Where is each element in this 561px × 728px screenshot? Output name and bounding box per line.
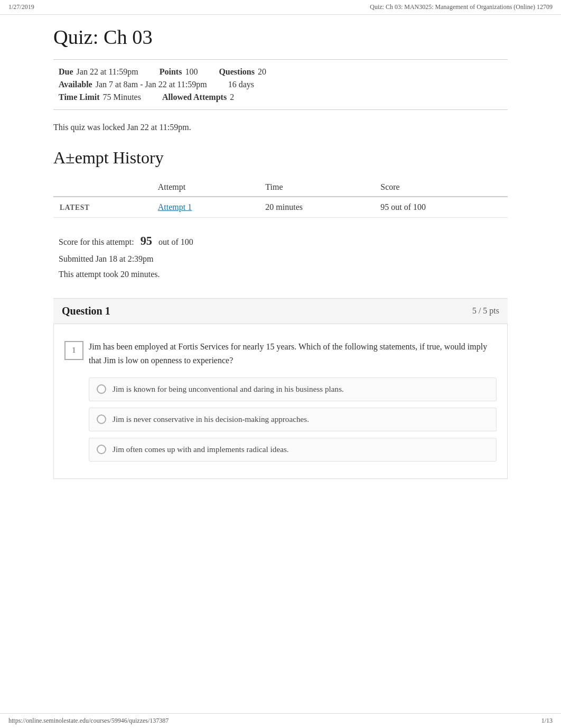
score-label: Score for this attempt: bbox=[59, 237, 134, 246]
quiz-title: Quiz: Ch 03 bbox=[53, 25, 508, 49]
answer-text-1: Jim is known for being unconventional an… bbox=[113, 383, 344, 395]
meta-row-2: Available Jan 7 at 8am - Jan 22 at 11:59… bbox=[59, 80, 502, 89]
points-value: 100 bbox=[185, 67, 198, 77]
row-time: 20 minutes bbox=[259, 197, 374, 218]
table-row: LATEST Attempt 1 20 minutes 95 out of 10… bbox=[53, 197, 508, 218]
score-number: 95 bbox=[141, 234, 152, 247]
meta-duration: 16 days bbox=[228, 80, 254, 89]
meta-questions: Questions 20 bbox=[219, 67, 266, 77]
answer-option-1[interactable]: Jim is known for being unconventional an… bbox=[89, 377, 497, 401]
meta-available: Available Jan 7 at 8am - Jan 22 at 11:59… bbox=[59, 80, 207, 89]
question-1-body: 1 Jim has been employed at Fortis Servic… bbox=[53, 324, 508, 479]
question-1-badge: 1 bbox=[64, 341, 83, 360]
col-attempt-header: Attempt bbox=[152, 178, 259, 197]
question-1-pts: 5 / 5 pts bbox=[472, 306, 499, 316]
answer-options: Jim is known for being unconventional an… bbox=[89, 377, 497, 461]
allowed-attempts-value: 2 bbox=[230, 93, 234, 102]
question-1-header: Question 1 5 / 5 pts bbox=[53, 298, 508, 324]
time-limit-value: 75 Minutes bbox=[102, 93, 141, 102]
question-1-content: 1 Jim has been employed at Fortis Servic… bbox=[64, 335, 497, 473]
allowed-attempts-label: Allowed Attempts bbox=[162, 93, 227, 102]
col-score-header: Score bbox=[374, 178, 508, 197]
answer-text-2: Jim is never conservative in his decisio… bbox=[113, 413, 309, 426]
score-line: Score for this attempt: 95 out of 100 bbox=[59, 231, 508, 252]
answer-text-3: Jim often comes up with and implements r… bbox=[113, 444, 289, 456]
meta-row-3: Time Limit 75 Minutes Allowed Attempts 2 bbox=[59, 93, 502, 102]
questions-value: 20 bbox=[258, 67, 266, 77]
duration-line: This attempt took 20 minutes. bbox=[59, 267, 508, 282]
score-out-of: out of 100 bbox=[158, 237, 193, 246]
answer-option-2[interactable]: Jim is never conservative in his decisio… bbox=[89, 408, 497, 431]
submitted-line: Submitted Jan 18 at 2:39pm bbox=[59, 252, 508, 267]
questions-label: Questions bbox=[219, 67, 255, 77]
attempt-history-title: A±empt History bbox=[53, 148, 508, 168]
available-label: Available bbox=[59, 80, 92, 89]
meta-time-limit: Time Limit 75 Minutes bbox=[59, 93, 141, 102]
top-bar-date: 1/27/2019 bbox=[8, 3, 34, 11]
due-label: Due bbox=[59, 67, 73, 77]
col-label-header bbox=[53, 178, 152, 197]
question-1-title: Question 1 bbox=[62, 305, 110, 317]
meta-allowed-attempts: Allowed Attempts 2 bbox=[162, 93, 234, 102]
col-time-header: Time bbox=[259, 178, 374, 197]
row-score: 95 out of 100 bbox=[374, 197, 508, 218]
answer-bubble-3 bbox=[97, 445, 106, 454]
score-summary: Score for this attempt: 95 out of 100 Su… bbox=[59, 231, 508, 282]
due-value: Jan 22 at 11:59pm bbox=[77, 67, 138, 77]
answer-option-3[interactable]: Jim often comes up with and implements r… bbox=[89, 438, 497, 462]
row-label: LATEST bbox=[53, 197, 152, 218]
meta-points: Points 100 bbox=[160, 67, 198, 77]
available-value: Jan 7 at 8am - Jan 22 at 11:59pm bbox=[96, 80, 207, 89]
answer-bubble-1 bbox=[97, 384, 106, 394]
top-bar-title: Quiz: Ch 03: MAN3025: Management of Orga… bbox=[370, 3, 553, 11]
meta-due: Due Jan 22 at 11:59pm bbox=[59, 67, 138, 77]
question-1-text: Jim has been employed at Fortis Services… bbox=[89, 340, 497, 367]
answer-bubble-2 bbox=[97, 414, 106, 424]
question-1-main: Jim has been employed at Fortis Services… bbox=[89, 340, 497, 468]
row-attempt[interactable]: Attempt 1 bbox=[152, 197, 259, 218]
question-1-number: 1 bbox=[72, 346, 76, 355]
locked-notice: This quiz was locked Jan 22 at 11:59pm. bbox=[53, 123, 508, 132]
question-1-block: Question 1 5 / 5 pts 1 Jim has been empl… bbox=[53, 298, 508, 479]
attempt-history-table: Attempt Time Score LATEST Attempt 1 20 m… bbox=[53, 178, 508, 218]
page-content: Quiz: Ch 03 Due Jan 22 at 11:59pm Points… bbox=[43, 15, 518, 516]
available-duration: 16 days bbox=[228, 80, 254, 89]
top-bar: 1/27/2019 Quiz: Ch 03: MAN3025: Manageme… bbox=[0, 0, 561, 15]
time-limit-label: Time Limit bbox=[59, 93, 99, 102]
meta-row-1: Due Jan 22 at 11:59pm Points 100 Questio… bbox=[59, 67, 502, 77]
points-label: Points bbox=[160, 67, 182, 77]
quiz-meta: Due Jan 22 at 11:59pm Points 100 Questio… bbox=[53, 59, 508, 110]
table-header-row: Attempt Time Score bbox=[53, 178, 508, 197]
